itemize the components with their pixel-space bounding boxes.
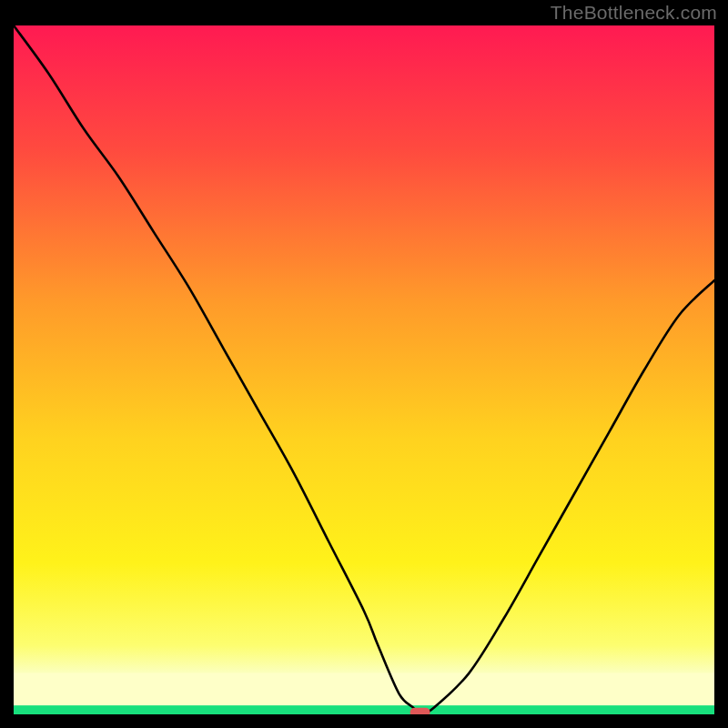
zero-bottleneck-band bbox=[14, 705, 714, 714]
chart-frame: TheBottleneck.com bbox=[0, 0, 728, 728]
bottleneck-chart-svg bbox=[14, 25, 714, 714]
optimal-marker bbox=[410, 708, 430, 714]
watermark-text: TheBottleneck.com bbox=[551, 2, 717, 24]
plot-area bbox=[14, 25, 714, 714]
